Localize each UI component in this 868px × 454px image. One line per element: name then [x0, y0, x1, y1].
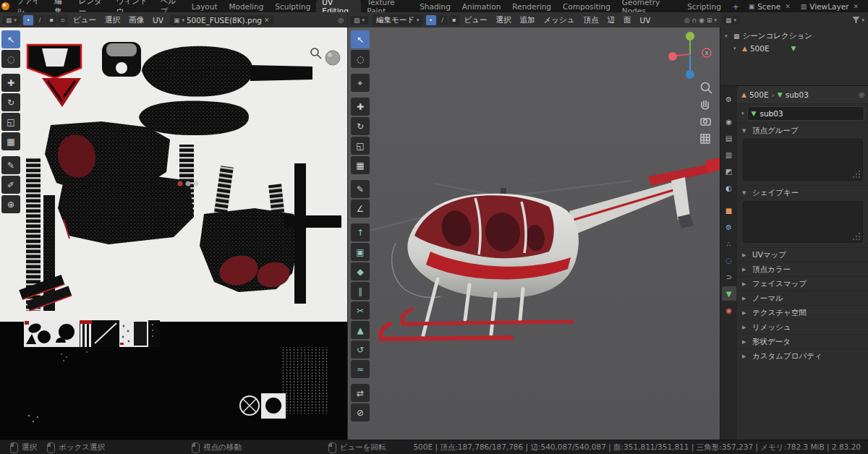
uv-tool-tweak[interactable]: ↖ [1, 30, 20, 48]
snap-magnet-icon[interactable]: ∩ [692, 17, 697, 24]
mode-dropdown[interactable]: 編集モード ▾ [373, 14, 423, 26]
scene-selector[interactable]: ▣ Scene ✕ [745, 2, 796, 11]
menu-help[interactable]: ヘルプ [155, 0, 186, 12]
chevron-down-icon[interactable]: ▾ [741, 111, 744, 116]
outliner-row-object[interactable]: ▾ ▲ 500E ▼ [720, 42, 868, 54]
tool-cursor[interactable]: ⌖ [351, 74, 370, 92]
viewlayer-selector[interactable]: ▥ ViewLayer ✕ [797, 2, 864, 11]
uv-select-mode-vertex[interactable]: ∙ [23, 15, 33, 25]
disclosure-arrow-icon[interactable]: ▾ [733, 46, 739, 51]
vertex-groups-list[interactable] [743, 139, 863, 181]
tool-inset[interactable]: ▣ [351, 243, 370, 261]
tool-tweak[interactable]: ↖ [351, 30, 370, 48]
uv-select-mode-face[interactable]: ▪ [46, 15, 56, 25]
uv-tool-scale[interactable]: ◱ [1, 113, 20, 131]
viewlayer-unlink-icon[interactable]: ✕ [851, 3, 860, 10]
resize-grip-icon[interactable] [859, 176, 860, 178]
workspace-tab-texture-paint[interactable]: Texture Paint [361, 0, 414, 12]
menu-window[interactable]: ウィンドウ [111, 0, 155, 12]
tab-material[interactable]: ◉ [722, 303, 736, 317]
menu-file[interactable]: ファイル [11, 0, 48, 12]
uv-menu-select[interactable]: 選択 [101, 15, 124, 25]
workspace-tab-animation[interactable]: Animation [456, 0, 507, 12]
section-remesh[interactable]: ▶ リメッシュ [737, 320, 868, 334]
tool-rip-region[interactable]: ⊘ [351, 403, 370, 421]
pin-icon[interactable]: ◎ [338, 17, 344, 24]
vertex-menu[interactable]: 頂点 [579, 15, 603, 25]
tool-extrude[interactable]: ↑ [351, 223, 370, 241]
tab-physics[interactable]: ◌ [722, 253, 736, 267]
section-custom-properties[interactable]: ▶ カスタムプロパティ [737, 348, 868, 363]
section-normals[interactable]: ▶ ノーマル [737, 291, 868, 305]
workspace-tab-shading[interactable]: Shading [414, 0, 456, 12]
edge-menu[interactable]: 辺 [603, 15, 620, 25]
scene-unlink-icon[interactable]: ✕ [783, 3, 792, 10]
viewport-editor-type-button[interactable]: ▧ ▾ [350, 16, 368, 25]
tab-modifiers[interactable]: ⚙ [722, 220, 736, 234]
add-workspace-button[interactable]: + [727, 0, 745, 12]
tool-measure[interactable]: ∠ [351, 200, 370, 218]
uv-menu[interactable]: UV [636, 16, 655, 25]
tool-annotate[interactable]: ✎ [351, 180, 370, 198]
tool-smooth[interactable]: ≈ [351, 360, 370, 378]
tool-rotate[interactable]: ↻ [351, 117, 370, 135]
tab-view-layer[interactable]: ▥ [722, 147, 736, 162]
uv-editor-type-button[interactable]: ▦ ▾ [2, 16, 20, 25]
tool-move[interactable]: ✚ [351, 98, 370, 116]
pin-icon[interactable]: ◎ [859, 91, 864, 98]
tool-spin[interactable]: ↺ [351, 340, 370, 359]
tab-render[interactable]: ◉ [722, 114, 736, 129]
uv-editor-canvas[interactable]: ↖ ◌ ✚ ↻ ◱ ▦ ✎ ✐ ⊕ [0, 27, 347, 440]
uv-tool-relax[interactable]: ⊕ [1, 195, 20, 213]
transform-orientation-icon[interactable]: ◎ [684, 17, 690, 24]
tool-poly-build[interactable]: ▲ [351, 321, 370, 339]
filter-funnel-icon[interactable] [852, 17, 859, 23]
tab-output[interactable]: ▤ [722, 131, 736, 145]
tab-object[interactable]: ■ [722, 203, 736, 218]
tool-scale[interactable]: ◱ [351, 137, 370, 155]
uv-select-mode-island[interactable]: ▫ [58, 15, 68, 25]
tab-tool[interactable]: ⚙ [722, 92, 736, 106]
blender-logo-icon[interactable] [0, 0, 11, 12]
tab-constraints[interactable]: ⊃ [722, 270, 736, 284]
uv-menu-uv[interactable]: UV [148, 16, 168, 25]
section-vertex-groups[interactable]: ▼ 頂点グループ [737, 123, 868, 137]
workspace-tab-uv-editing[interactable]: UV Editing [316, 0, 361, 12]
add-menu[interactable]: 追加 [516, 15, 540, 25]
uv-tool-annotate[interactable]: ✎ [1, 156, 20, 174]
select-menu[interactable]: 選択 [492, 15, 516, 25]
outliner-editor-type-button[interactable]: ▦ ▾ [722, 16, 740, 25]
breadcrumb-data[interactable]: sub03 [786, 90, 809, 99]
tool-bevel[interactable]: ◆ [351, 262, 370, 280]
workspace-tab-modeling[interactable]: Modeling [224, 0, 270, 12]
tool-select-circle[interactable]: ◌ [351, 50, 370, 68]
face-menu[interactable]: 面 [619, 15, 636, 25]
disclosure-arrow-icon[interactable]: ▾ [725, 33, 731, 39]
workspace-tab-sculpting[interactable]: Sculpting [269, 0, 316, 12]
workspace-tab-layout[interactable]: Layout [186, 0, 224, 12]
select-mode-edge[interactable]: ∕ [438, 15, 448, 25]
tab-particles[interactable]: ∴ [722, 236, 736, 251]
select-mode-vertex[interactable]: ∙ [426, 15, 436, 25]
menu-edit[interactable]: 編集 [48, 0, 73, 12]
workspace-tab-geometry-nodes[interactable]: Geometry Nodes [616, 0, 681, 12]
uv-select-mode-edge[interactable]: ∕ [35, 15, 45, 25]
uv-menu-image[interactable]: 画像 [124, 15, 148, 25]
workspace-tab-rendering[interactable]: Rendering [506, 0, 557, 12]
resize-grip-icon[interactable] [859, 239, 860, 240]
viewport-3d[interactable]: X ↖ ◌ ⌖ ✚ ↻ ◱ ▦ ✎ ∠ ↑ ▣ ◆ ∥ ✂ [347, 27, 720, 440]
tool-transform[interactable]: ▦ [351, 156, 370, 174]
menu-render[interactable]: レンダー [73, 0, 111, 12]
workspace-tab-scripting[interactable]: Scripting [681, 0, 727, 12]
shape-keys-list[interactable] [743, 201, 863, 243]
section-shape-keys[interactable]: ▼ シェイプキー [737, 185, 868, 200]
section-geometry-data[interactable]: ▶ 形状データ [737, 334, 868, 348]
uv-tool-move[interactable]: ✚ [1, 74, 20, 92]
tool-edge-slide[interactable]: ⇄ [351, 384, 370, 402]
uv-menu-view[interactable]: ビュー [69, 15, 101, 25]
data-name-field[interactable]: ▼ sub03 [747, 106, 864, 121]
select-mode-face[interactable]: ▪ [449, 15, 459, 25]
tab-world[interactable]: ◐ [722, 181, 736, 195]
section-face-maps[interactable]: ▶ フェイスマップ [737, 276, 868, 291]
outliner-row-scene-collection[interactable]: ▾ ▦ シーンコレクション [720, 30, 868, 42]
